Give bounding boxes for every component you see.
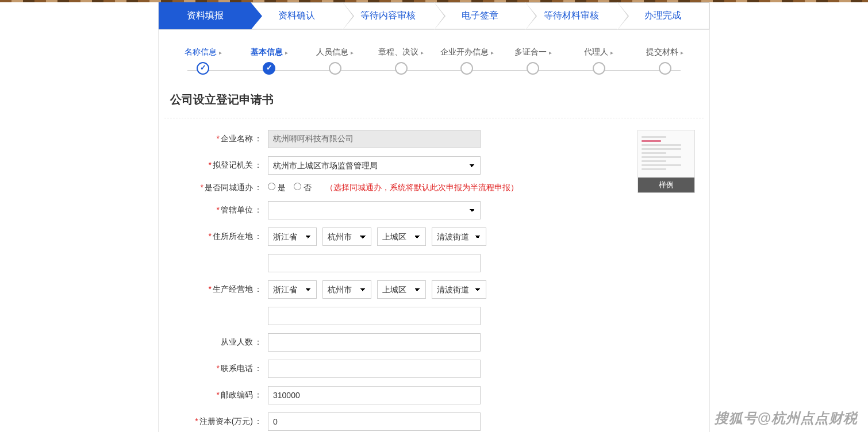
label-company-name: *企业名称： bbox=[170, 134, 268, 144]
postal-input[interactable] bbox=[268, 386, 481, 404]
step-esign[interactable]: 电子签章 bbox=[434, 2, 525, 29]
substep-multi-cert[interactable]: 多证合一▸ bbox=[500, 47, 566, 75]
business-province-select[interactable]: 浙江省 bbox=[268, 280, 317, 299]
sample-thumbnail bbox=[638, 130, 694, 178]
domicile-city-select[interactable]: 杭州市 bbox=[322, 227, 371, 246]
substep-personnel[interactable]: 人员信息▸ bbox=[302, 47, 368, 75]
chevron-right-icon: ▸ bbox=[681, 49, 683, 56]
employees-input[interactable] bbox=[268, 333, 481, 352]
chevron-right-icon: ▸ bbox=[610, 49, 613, 56]
label-postal: *邮政编码： bbox=[170, 390, 268, 400]
chevron-right-icon: ▸ bbox=[421, 49, 424, 56]
substep-dot bbox=[329, 62, 341, 75]
substep-dot bbox=[593, 62, 605, 75]
company-name-input bbox=[268, 130, 481, 148]
domicile-province-select[interactable]: 浙江省 bbox=[268, 227, 317, 246]
page-title: 公司设立登记申请书 bbox=[164, 86, 704, 118]
main-steps-nav: 资料填报 资料确认 等待内容审核 电子签章 等待材料审核 办理完成 bbox=[159, 2, 709, 30]
step-material-review[interactable]: 等待材料审核 bbox=[525, 2, 617, 29]
reg-authority-select[interactable]: 杭州市上城区市场监督管理局 bbox=[268, 156, 481, 175]
substep-submit[interactable]: 提交材料▸ bbox=[632, 47, 698, 75]
substep-name-info[interactable]: 名称信息▸ bbox=[170, 47, 236, 75]
substep-dot bbox=[659, 62, 671, 75]
same-city-hint: （选择同城通办，系统将默认此次申报为半流程申报） bbox=[325, 183, 519, 193]
business-street-select[interactable]: 清波街道 bbox=[432, 280, 486, 299]
step-data-fill[interactable]: 资料填报 bbox=[159, 2, 251, 29]
label-capital: *注册资本(万元)： bbox=[170, 416, 268, 427]
substep-charter[interactable]: 章程、决议▸ bbox=[368, 47, 434, 75]
step-data-confirm[interactable]: 资料确认 bbox=[251, 2, 342, 29]
radio-no[interactable] bbox=[294, 183, 301, 190]
business-district-select[interactable]: 上城区 bbox=[377, 280, 426, 299]
label-jurisdiction: *管辖单位： bbox=[170, 205, 268, 215]
radio-yes[interactable] bbox=[268, 183, 275, 190]
substep-dot bbox=[460, 62, 473, 75]
watermark-text: 搜狐号@杭州点点财税 bbox=[715, 409, 858, 427]
capital-input[interactable] bbox=[268, 412, 481, 431]
radio-yes-label[interactable]: 是 bbox=[268, 183, 286, 193]
label-business-addr: *生产经营地： bbox=[170, 284, 268, 295]
jurisdiction-select[interactable] bbox=[268, 201, 481, 219]
radio-no-label[interactable]: 否 bbox=[294, 183, 312, 193]
label-domicile: *住所所在地： bbox=[170, 232, 268, 242]
business-city-select[interactable]: 杭州市 bbox=[322, 280, 371, 299]
chevron-right-icon: ▸ bbox=[219, 49, 222, 56]
substep-opening[interactable]: 企业开办信息▸ bbox=[434, 47, 500, 75]
substep-dot-done bbox=[197, 62, 209, 75]
domicile-detail-input[interactable] bbox=[268, 254, 481, 272]
chevron-right-icon: ▸ bbox=[285, 49, 288, 56]
domicile-district-select[interactable]: 上城区 bbox=[377, 227, 426, 246]
sub-steps-nav: 名称信息▸ 基本信息▸ 人员信息▸ 章程、决议▸ 企业开办信息▸ 多证合一▸ 代… bbox=[159, 30, 709, 86]
step-content-review[interactable]: 等待内容审核 bbox=[343, 2, 434, 29]
phone-input[interactable] bbox=[268, 360, 481, 378]
label-reg-authority: *拟登记机关： bbox=[170, 160, 268, 171]
label-phone: *联系电话： bbox=[170, 364, 268, 374]
substep-dot bbox=[527, 62, 539, 75]
step-complete[interactable]: 办理完成 bbox=[617, 2, 709, 29]
chevron-right-icon: ▸ bbox=[549, 49, 552, 56]
label-same-city: *是否同城通办： bbox=[170, 183, 268, 193]
chevron-right-icon: ▸ bbox=[491, 49, 494, 56]
substep-basic-info[interactable]: 基本信息▸ bbox=[236, 47, 302, 75]
substep-dot-current bbox=[263, 62, 275, 75]
substep-agent[interactable]: 代理人▸ bbox=[566, 47, 632, 75]
label-employees: 从业人数： bbox=[170, 337, 268, 348]
sample-preview[interactable]: 样例 bbox=[637, 130, 695, 193]
substep-dot bbox=[395, 62, 408, 75]
business-detail-input[interactable] bbox=[268, 307, 481, 325]
chevron-right-icon: ▸ bbox=[351, 49, 354, 56]
domicile-street-select[interactable]: 清波街道 bbox=[432, 227, 486, 246]
sample-caption: 样例 bbox=[638, 178, 694, 192]
